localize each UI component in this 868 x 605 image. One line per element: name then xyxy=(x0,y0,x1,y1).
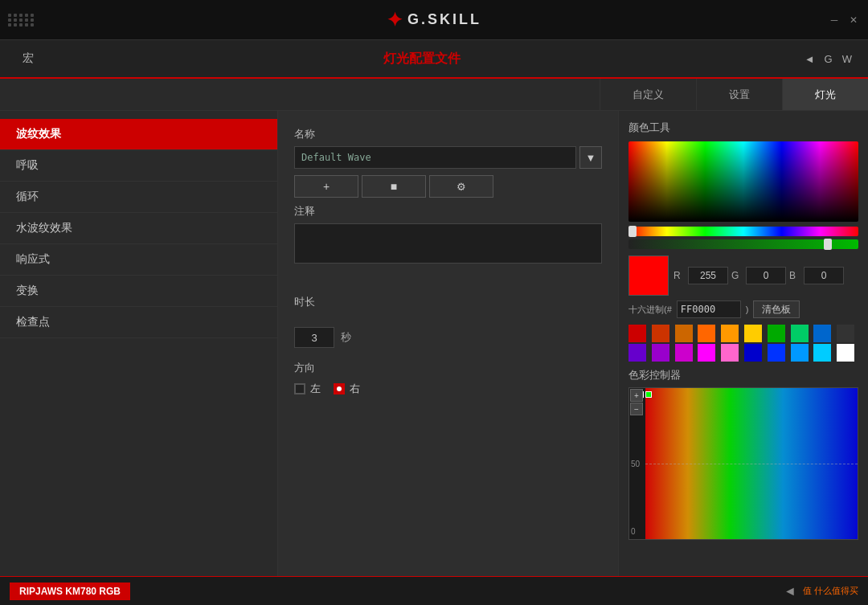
palette-color-5[interactable] xyxy=(721,325,739,342)
nav-macro[interactable]: 宏 xyxy=(16,48,40,69)
controller-midline xyxy=(645,464,858,464)
palette-color-15[interactable] xyxy=(721,344,739,362)
color-preview xyxy=(628,255,669,296)
delete-profile-button[interactable]: ■ xyxy=(362,175,426,198)
controller-add-button[interactable]: + xyxy=(630,389,643,402)
palette-color-2[interactable] xyxy=(652,325,669,342)
ctrl-point-green[interactable] xyxy=(645,391,652,398)
note-label: 注释 xyxy=(294,204,602,219)
palette-color-3[interactable] xyxy=(675,325,693,342)
direction-right-radio[interactable] xyxy=(334,383,345,394)
tab-lighting[interactable]: 灯光 xyxy=(782,79,868,110)
duration-row: 时长 xyxy=(294,295,602,314)
nav-profile-title: 灯光配置文件 xyxy=(72,51,772,67)
g-input[interactable] xyxy=(746,267,786,284)
minimize-button[interactable]: ─ xyxy=(828,14,841,27)
name-dropdown-button[interactable]: ▼ xyxy=(579,146,602,169)
sidebar-item-reactive[interactable]: 响应式 xyxy=(0,244,277,276)
status-bar: RIPJAWS KM780 RGB ◄ 值 什么值得买 xyxy=(0,576,868,605)
color-controller-label: 色彩控制器 xyxy=(628,368,858,382)
direction-right-label: 右 xyxy=(350,382,360,396)
direction-right-option[interactable]: 右 xyxy=(334,382,360,396)
title-bar: ✦ G.SKILL ─ ✕ xyxy=(0,0,868,40)
clear-palette-button[interactable]: 清色板 xyxy=(753,300,800,318)
palette-color-9[interactable] xyxy=(813,325,831,342)
dots-decoration xyxy=(8,14,72,27)
profile-settings-button[interactable]: ⚙ xyxy=(429,175,493,198)
nav-bar: 宏 灯光配置文件 ◄ G W xyxy=(0,40,868,79)
palette-color-4[interactable] xyxy=(698,325,715,342)
color-controller-area[interactable]: 100 50 0 + − xyxy=(628,387,858,540)
palette-color-6[interactable] xyxy=(744,325,762,342)
color-gradient-picker[interactable] xyxy=(628,141,858,222)
status-device-label: RIPJAWS KM780 RGB xyxy=(10,583,130,600)
hue-thumb[interactable] xyxy=(628,226,637,237)
nav-prev-icon[interactable]: ◄ xyxy=(805,53,815,65)
note-input[interactable] xyxy=(294,223,602,264)
duration-unit: 秒 xyxy=(341,330,351,345)
color-palette xyxy=(628,325,858,362)
close-button[interactable]: ✕ xyxy=(847,14,860,27)
direction-left-option[interactable]: 左 xyxy=(294,382,321,396)
profile-action-row: + ■ ⚙ xyxy=(294,175,602,198)
direction-row: 左 右 xyxy=(294,382,602,396)
hex-close-paren: ) xyxy=(746,305,749,314)
y-label-0: 0 xyxy=(631,527,645,536)
saturation-slider[interactable] xyxy=(628,239,858,249)
palette-color-1[interactable] xyxy=(628,325,646,342)
name-input[interactable] xyxy=(294,146,576,169)
b-label: B xyxy=(789,270,800,281)
duration-input[interactable] xyxy=(294,327,334,348)
hue-slider[interactable] xyxy=(628,227,858,236)
hex-label: 十六进制(# xyxy=(628,304,672,316)
palette-color-17[interactable] xyxy=(768,344,785,362)
palette-color-8[interactable] xyxy=(791,325,809,342)
r-input[interactable] xyxy=(688,267,728,284)
name-label: 名称 xyxy=(294,127,602,141)
tab-bar: 自定义 设置 灯光 xyxy=(0,79,868,111)
dots-grid xyxy=(8,14,35,27)
logo-text: G.SKILL xyxy=(407,11,481,28)
add-profile-button[interactable]: + xyxy=(294,175,358,198)
logo-slash: ✦ xyxy=(387,9,404,31)
hex-input[interactable] xyxy=(677,300,741,318)
center-content: 名称 ▼ + ■ ⚙ 注释 时长 秒 方向 左 xyxy=(277,111,619,576)
palette-color-10[interactable] xyxy=(837,325,854,342)
app-logo: ✦ G.SKILL xyxy=(72,9,796,31)
sidebar-item-wave[interactable]: 波纹效果 xyxy=(0,119,277,150)
sidebar-item-ripple[interactable]: 水波纹效果 xyxy=(0,213,277,244)
watermark-label: 值 什么值得买 xyxy=(803,585,858,597)
palette-color-12[interactable] xyxy=(652,344,669,362)
sidebar-item-cycle[interactable]: 循环 xyxy=(0,182,277,213)
sat-thumb[interactable] xyxy=(824,239,832,250)
tab-customize[interactable]: 自定义 xyxy=(600,79,696,110)
nav-w-icon[interactable]: W xyxy=(842,53,852,65)
sidebar-item-checkpoint[interactable]: 检查点 xyxy=(0,307,277,338)
palette-color-7[interactable] xyxy=(768,325,785,342)
tab-settings[interactable]: 设置 xyxy=(696,79,782,110)
palette-color-19[interactable] xyxy=(813,344,831,362)
status-prev-button[interactable]: ◄ xyxy=(784,584,796,599)
palette-color-13[interactable] xyxy=(675,344,693,362)
r-row: R G B xyxy=(674,267,858,284)
direction-label: 方向 xyxy=(294,361,602,375)
y-label-50: 50 xyxy=(631,460,645,468)
direction-left-label: 左 xyxy=(310,382,321,396)
direction-left-radio[interactable] xyxy=(294,383,305,394)
nav-g-icon[interactable]: G xyxy=(825,53,833,65)
sidebar-item-breathe[interactable]: 呼吸 xyxy=(0,150,277,182)
radio-dot xyxy=(337,386,342,391)
palette-color-20[interactable] xyxy=(837,344,854,362)
controller-remove-button[interactable]: − xyxy=(630,403,643,415)
name-input-row: ▼ xyxy=(294,146,602,169)
palette-color-18[interactable] xyxy=(791,344,809,362)
palette-color-11[interactable] xyxy=(628,344,646,362)
duration-label: 时长 xyxy=(294,295,315,309)
palette-color-14[interactable] xyxy=(698,344,715,362)
window-controls: ─ ✕ xyxy=(796,14,860,27)
sidebar-item-transform[interactable]: 变换 xyxy=(0,276,277,307)
hex-row: 十六进制(# ) 清色板 xyxy=(628,300,858,318)
color-rgb-row: R G B xyxy=(628,255,858,296)
palette-color-16[interactable] xyxy=(744,344,762,362)
b-input[interactable] xyxy=(804,267,844,284)
